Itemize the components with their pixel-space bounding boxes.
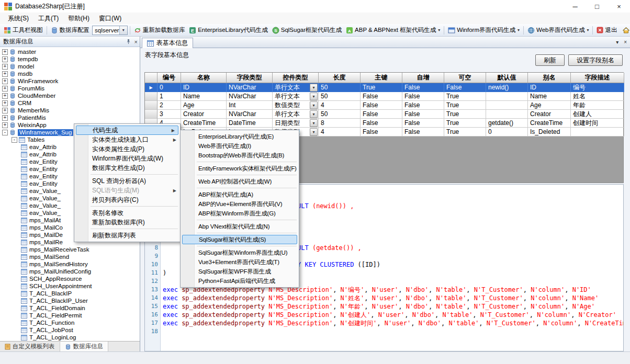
grid-cell[interactable]: Name xyxy=(181,92,227,101)
grid-cell[interactable]: 4 xyxy=(319,101,361,110)
grid-cell[interactable]: 姓名 xyxy=(571,92,624,101)
grid-cell[interactable]: NVarChar xyxy=(227,110,273,119)
toolbar-view-button[interactable]: 工具栏视图 xyxy=(2,26,44,35)
grid-cell[interactable]: 2 xyxy=(158,101,181,110)
grid-cell[interactable]: ID xyxy=(181,83,227,92)
grid-cell[interactable] xyxy=(486,110,528,119)
menu-item-entity-property-generation[interactable]: 实体类属性生成(P) xyxy=(75,144,179,154)
grid-column-header[interactable]: 字段描述 xyxy=(571,73,624,83)
grid-cell[interactable]: 8 xyxy=(319,119,361,128)
menu-item-sql-query-analyzer[interactable]: SQL 查询分析器(A) xyxy=(75,176,179,186)
grid-cell[interactable]: 50 xyxy=(319,110,361,119)
reload-database-button[interactable]: 重新加载数据库 xyxy=(132,26,187,35)
menu-item-copy-list-content[interactable]: 拷贝列表内容(C) xyxy=(75,195,179,204)
grid-cell[interactable]: NVarChar xyxy=(227,83,273,92)
tree-toggle[interactable]: - xyxy=(2,130,8,135)
menu-tools[interactable]: 工具(T) xyxy=(33,13,63,24)
grid-cell[interactable]: 50 xyxy=(319,92,361,101)
grid-cell[interactable]: False xyxy=(402,83,444,92)
tree-item-t-acl-blackip-user[interactable]: T_ACL_BlackIP_User xyxy=(0,297,140,304)
menu-item-abp-vue-element-codegen[interactable]: ABP的Vue+Element界面代码(V) xyxy=(181,199,298,209)
chevron-down-icon[interactable]: ▾ xyxy=(310,84,318,92)
close-sidebar-button[interactable]: × xyxy=(134,39,138,45)
grid-cell[interactable]: Age xyxy=(528,101,571,110)
grid-cell[interactable]: Age xyxy=(181,101,227,110)
grid-cell[interactable]: DateTime xyxy=(227,119,273,128)
menu-item-table-alias-edit[interactable]: 表别名修改 xyxy=(75,208,179,218)
menu-item-abp-winform-codegen[interactable]: ABP框架Winform界面生成(G) xyxy=(181,209,298,218)
tree-item-t-acl-blackip[interactable]: T_ACL_BlackIP xyxy=(0,290,140,297)
menu-item-sqlsugar-wpf-codegen[interactable]: SqlSugar框架WPF界面生成 xyxy=(181,267,298,276)
grid-column-header[interactable]: 可空 xyxy=(444,73,486,83)
grid-column-header[interactable]: 自增 xyxy=(402,73,444,83)
tab-list-dropdown-button[interactable]: ▾ xyxy=(616,39,618,45)
winform-codegen-button[interactable]: Winform界面代码生成▾ xyxy=(446,26,521,35)
grid-cell[interactable]: Is_Deleted xyxy=(528,128,571,136)
row-selector[interactable] xyxy=(145,110,158,119)
grid-cell[interactable]: 单行文本▾ xyxy=(273,83,319,92)
abp-codegen-button[interactable]: AABP & ABPNext 框架代码生成▾ xyxy=(344,26,442,35)
tree-toggle[interactable]: + xyxy=(2,86,8,92)
tree-item-patientmis[interactable]: +PatientMis xyxy=(0,114,140,121)
grid-cell[interactable]: False xyxy=(361,119,402,128)
tree-item-model[interactable]: +model xyxy=(0,63,140,70)
grid-cell[interactable]: False xyxy=(361,128,402,136)
menu-item-webapi-controller-codegen[interactable]: Web API控制器代码生成(W) xyxy=(181,177,298,186)
menu-item-sql-statement-generation[interactable]: SQL语句生成(M)▶ xyxy=(75,186,179,195)
menu-item-database-doc-generation[interactable]: 数据库文档生成(D) xyxy=(75,163,179,173)
tree-item-mps-mailsendhistory[interactable]: mps_MailSendHistory xyxy=(0,260,140,268)
menu-item-sqlsugar-winform-codegen[interactable]: SqlSugar框架Winform界面生成(U) xyxy=(181,248,298,257)
tree-item-cloudmember[interactable]: +CloudMember xyxy=(0,92,140,99)
grid-cell[interactable]: 50 xyxy=(319,83,361,92)
grid-cell[interactable] xyxy=(571,128,624,136)
grid-cell[interactable]: False xyxy=(402,110,444,119)
set-field-alias-button[interactable]: 设置字段别名 xyxy=(568,54,623,66)
tree-toggle[interactable]: + xyxy=(2,115,8,121)
grid-cell[interactable]: 0 xyxy=(158,83,181,92)
tree-item-t-acl-fieldpermit[interactable]: T_ACL_FieldPermit xyxy=(0,312,140,319)
grid-cell[interactable]: False xyxy=(444,83,486,92)
menu-item-entityframework-codegen[interactable]: EntityFramework实体框架代码生成(F) xyxy=(181,164,298,173)
tree-item-mps-mailreceivetask[interactable]: mps_MailReceiveTask xyxy=(0,246,140,253)
grid-cell[interactable]: 数值类型▾ xyxy=(273,101,319,110)
chevron-down-icon[interactable]: ▾ xyxy=(587,28,589,32)
menu-item-enterpriselibrary-codegen[interactable]: EnterpriseLibrary代码生成(E) xyxy=(181,132,298,141)
grid-cell[interactable]: True xyxy=(444,128,486,136)
menu-item-bootstrap-web-ui-codegen[interactable]: Bootstrap的Web界面代码生成(B) xyxy=(181,151,298,160)
tree-item-t-acl-jobpost[interactable]: T_ACL_JobPost xyxy=(0,326,140,334)
row-selector[interactable] xyxy=(145,92,158,101)
grid-cell[interactable]: False xyxy=(402,92,444,101)
grid-cell[interactable]: True xyxy=(444,101,486,110)
grid-cell[interactable]: True xyxy=(444,110,486,119)
grid-cell[interactable]: 创建时间 xyxy=(571,119,624,128)
menu-help[interactable]: 帮助(H) xyxy=(63,13,94,24)
tree-item-t-acl-loginlog[interactable]: T_ACL_LoginLog xyxy=(0,334,140,341)
chevron-down-icon[interactable]: ▾ xyxy=(310,128,318,136)
tree-item-crm[interactable]: +CRM xyxy=(0,99,140,107)
grid-cell[interactable]: False xyxy=(402,128,444,136)
tree-toggle[interactable]: + xyxy=(2,100,8,106)
tree-toggle[interactable]: + xyxy=(2,122,8,128)
grid-cell[interactable]: newid() xyxy=(486,83,528,92)
tree-toggle[interactable]: + xyxy=(2,71,8,77)
grid-cell[interactable]: CreateTime xyxy=(528,119,571,128)
grid-column-header[interactable]: 别名 xyxy=(528,73,571,83)
grid-column-header[interactable]: 字段类型 xyxy=(227,73,273,83)
grid-cell[interactable]: Creator xyxy=(181,110,227,119)
chevron-down-icon[interactable]: ▾ xyxy=(438,28,440,32)
tree-item-winframework[interactable]: +WinFramework xyxy=(0,77,140,85)
grid-cell[interactable]: 日期类型▾ xyxy=(273,119,319,128)
grid-cell[interactable]: False xyxy=(402,101,444,110)
chevron-down-icon[interactable]: ▾ xyxy=(518,28,520,32)
chevron-down-icon[interactable]: ▾ xyxy=(310,101,318,109)
menu-item-sqlsugar-codegen[interactable]: SqlSugar框架代码生成(S) xyxy=(182,235,297,244)
tree-toggle[interactable]: + xyxy=(2,93,8,99)
tree-item-msdb[interactable]: +msdb xyxy=(0,70,140,77)
grid-column-header[interactable]: 控件类型 xyxy=(273,73,319,83)
grid-cell[interactable]: 单行文本▾ xyxy=(273,110,319,119)
menu-item-abp-vnext-codegen[interactable]: Abp VNext框架代码生成(N) xyxy=(181,222,298,231)
grid-cell[interactable]: 创建人 xyxy=(571,110,624,119)
chevron-down-icon[interactable]: ▾ xyxy=(310,119,318,127)
exit-button[interactable]: 退出 xyxy=(595,26,618,35)
grid-cell[interactable]: True xyxy=(444,119,486,128)
